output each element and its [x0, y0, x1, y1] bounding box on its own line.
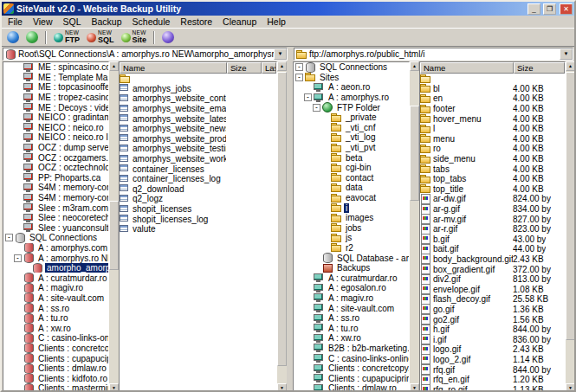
- menu-item-view[interactable]: View: [28, 16, 58, 28]
- tree-item[interactable]: A : curatmurdar.ro: [3, 273, 108, 283]
- menu-item-file[interactable]: File: [3, 16, 28, 28]
- list-row[interactable]: top_tabs4.00 KB: [420, 174, 565, 184]
- list-row[interactable]: amorphys_website_news: [120, 124, 276, 134]
- menu-item-sql[interactable]: SQL: [58, 16, 87, 28]
- tree-item[interactable]: cgi-bin: [294, 163, 409, 173]
- tree-item[interactable]: -A : amorphys.ro NEW: [3, 253, 108, 263]
- tree-item[interactable]: S4M : memory-configurator.d: [3, 193, 108, 203]
- collapse-icon[interactable]: -: [14, 254, 22, 262]
- scroll-up-button[interactable]: ▲: [566, 61, 575, 71]
- menu-item-restore[interactable]: Restore: [175, 16, 217, 28]
- tree-item[interactable]: images: [294, 213, 409, 223]
- list-row[interactable]: amorphys_website_testimonials: [120, 144, 276, 154]
- maximize-button[interactable]: ❐: [543, 3, 556, 15]
- tree-item[interactable]: A : curatmurdar.ro: [294, 273, 409, 283]
- tree-item[interactable]: A : aeon.ro: [294, 82, 409, 93]
- list-row[interactable]: amorphys_website_emails: [120, 104, 276, 114]
- tree-item[interactable]: data: [294, 183, 409, 193]
- go-button[interactable]: [159, 29, 177, 45]
- list-row[interactable]: [420, 74, 565, 84]
- new-site-button[interactable]: NEW Site: [119, 29, 150, 46]
- list-row[interactable]: i.gif836.00 by: [420, 334, 565, 344]
- tree-item[interactable]: NEICO : neico.ro INES: [3, 132, 108, 143]
- list-row[interactable]: q2_download: [120, 184, 276, 195]
- scrollbar-thumb[interactable]: [109, 201, 119, 270]
- column-header-name[interactable]: Name: [420, 62, 514, 74]
- column-header-last[interactable]: Last: [262, 62, 276, 74]
- scrollbar-track[interactable]: [410, 71, 419, 383]
- list-row[interactable]: amorphys_website_content: [120, 93, 276, 104]
- scrollbar-thumb[interactable]: [277, 72, 287, 366]
- tree-item[interactable]: A : ss.ro: [294, 313, 409, 324]
- list-row[interactable]: l4.00 KB: [420, 124, 565, 134]
- list-row[interactable]: rfq.gif844.00 by: [420, 364, 565, 375]
- tree-item[interactable]: -SQL Connections: [3, 233, 108, 243]
- tree-item[interactable]: _vti_pvt: [294, 143, 409, 153]
- collapse-icon[interactable]: -: [304, 93, 312, 101]
- list-row[interactable]: en4.00 KB: [420, 93, 565, 104]
- tree-item[interactable]: Clients : concretcopy.ro: [294, 363, 409, 374]
- scroll-up-button[interactable]: ▲: [109, 61, 119, 71]
- list-row[interactable]: top_title4.00 KB: [420, 184, 565, 195]
- list-row[interactable]: valute: [120, 224, 276, 235]
- column-header-size[interactable]: Size: [227, 62, 262, 74]
- local-path-combobox[interactable]: Root\SQL Connections\A : amorphys.ro NEW…: [3, 48, 288, 61]
- tree-item[interactable]: Backups: [294, 263, 409, 273]
- tree-item[interactable]: _vti_cnf: [294, 123, 409, 133]
- scroll-down-button[interactable]: ▼: [277, 383, 287, 392]
- new-sql-button[interactable]: NEW SQL: [84, 29, 117, 46]
- tree-item[interactable]: js: [294, 233, 409, 243]
- menu-item-help[interactable]: Help: [262, 16, 291, 28]
- list-row[interactable]: amorphys_website_latest_work: [120, 113, 276, 124]
- collapse-icon[interactable]: -: [295, 63, 303, 71]
- list-row[interactable]: rfq_ro.gif1.13 KB: [420, 384, 565, 392]
- tree-item[interactable]: A : egosalon.ro: [294, 283, 409, 293]
- tree-item[interactable]: A : magiv.ro: [294, 293, 409, 304]
- list-row[interactable]: container_licenses_log: [120, 174, 276, 184]
- list-row[interactable]: body_background.gif2.43 KB: [420, 254, 565, 265]
- list-row[interactable]: ar-r.gif823.00 by: [420, 224, 565, 235]
- list-row[interactable]: ar-g.gif834.00 by: [420, 204, 565, 215]
- connect-button[interactable]: [4, 29, 22, 45]
- column-header-size[interactable]: Size: [514, 62, 565, 74]
- collapse-icon[interactable]: -: [5, 234, 13, 241]
- list-row[interactable]: side_menu4.00 KB: [420, 154, 565, 164]
- refresh-button[interactable]: [23, 29, 41, 45]
- list-row[interactable]: container_licenses: [120, 164, 276, 174]
- tree-item[interactable]: Clients : cupapuciprindesert: [294, 373, 409, 383]
- tree-item[interactable]: A : xw.ro: [3, 323, 108, 333]
- list-row[interactable]: amorphys_jobs: [120, 84, 276, 94]
- tree-item[interactable]: -A : amorphys.ro: [294, 93, 409, 103]
- list-row[interactable]: go2.gif1.56 KB: [420, 314, 565, 325]
- list-row[interactable]: h.gif844.00 by: [420, 325, 565, 335]
- tree-item[interactable]: -SQL Connections: [294, 62, 409, 73]
- list-row[interactable]: envelope.gif1.08 KB: [420, 284, 565, 294]
- menu-item-cleanup[interactable]: Cleanup: [217, 16, 262, 28]
- tree-item[interactable]: Clients : dmlaw.ro: [294, 383, 409, 392]
- tree-item[interactable]: ME : topcasinooffers.com: [3, 82, 108, 93]
- scroll-down-button[interactable]: ▼: [566, 383, 575, 392]
- tree-item[interactable]: Slee : yuanconsulting.com: [3, 223, 108, 234]
- tree-item[interactable]: Clients : cupapuciprindesert: [3, 353, 108, 363]
- tree-item[interactable]: A : amorphys.com: [3, 243, 108, 254]
- list-row[interactable]: ar-dw.gif824.00 by: [420, 194, 565, 204]
- tree-item[interactable]: Clients : mastermind.ro: [3, 383, 108, 392]
- list-row[interactable]: shopit_licenses_log: [120, 214, 276, 224]
- tree-item[interactable]: -FTP Folder: [294, 102, 409, 112]
- scrollbar-track[interactable]: [109, 71, 119, 383]
- list-row[interactable]: amorphys_website_work: [120, 154, 276, 164]
- tree-item[interactable]: Slee : neocoretech.com: [3, 213, 108, 223]
- close-button[interactable]: ✕: [560, 3, 573, 15]
- remote-path-combobox[interactable]: ftp://amorphys.ro/public_html/i ▼: [294, 48, 573, 61]
- vertical-scrollbar[interactable]: ▲ ▼: [410, 61, 419, 392]
- tree-item[interactable]: _vti_log: [294, 132, 409, 143]
- tree-item[interactable]: S4M : memory-configurator.co: [3, 183, 108, 193]
- scroll-up-button[interactable]: ▲: [277, 61, 287, 71]
- tree-item[interactable]: amorpho_amorphysro: [3, 263, 108, 273]
- tree-item[interactable]: -Sites: [294, 73, 409, 83]
- scroll-down-button[interactable]: ▼: [109, 383, 119, 392]
- menu-item-schedule[interactable]: Schedule: [127, 16, 176, 28]
- tree-item[interactable]: OCZ : dump server: [3, 143, 108, 153]
- vertical-scrollbar[interactable]: ▲ ▼: [277, 61, 287, 392]
- tree-item[interactable]: i: [294, 202, 409, 213]
